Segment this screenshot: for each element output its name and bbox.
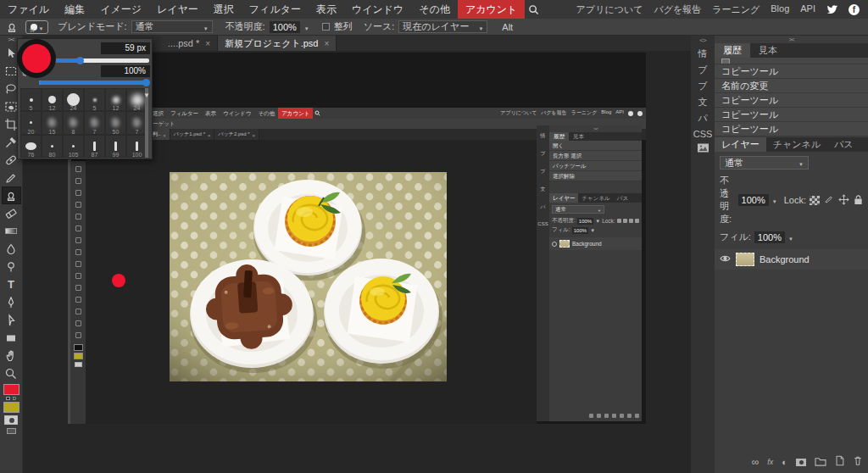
header-link[interactable]: API — [800, 3, 815, 16]
brush-preset[interactable]: 87 — [84, 135, 105, 158]
new-group-icon[interactable] — [815, 454, 826, 470]
search-icon[interactable] — [528, 4, 539, 15]
brush-preset[interactable]: 15 — [42, 111, 63, 134]
brush-preset[interactable]: 7 — [84, 111, 105, 134]
layers-panel-tab[interactable]: パス — [827, 137, 860, 152]
menu-item[interactable]: 選択 — [206, 0, 242, 19]
menu-item[interactable]: ファイル — [0, 0, 57, 19]
brush-preset[interactable]: 5 — [20, 88, 42, 111]
menu-item[interactable]: ウインドウ — [344, 0, 411, 19]
header-link[interactable]: バグを報告 — [654, 3, 701, 16]
screen-mode-button[interactable] — [7, 428, 16, 434]
brush-preset[interactable]: 12 — [105, 88, 126, 111]
hardness-slider[interactable] — [39, 81, 149, 85]
strip-panel-tab[interactable]: 情 — [698, 46, 708, 62]
history-item[interactable]: 名前の変更 — [715, 79, 868, 93]
rect-shape-tool[interactable] — [2, 329, 21, 347]
strip-panel-tab[interactable]: ブ — [698, 78, 707, 94]
eraser-tool[interactable] — [2, 204, 21, 222]
brush-preset[interactable]: 8 — [63, 111, 84, 134]
expand-panels-icon[interactable]: <> — [699, 36, 705, 46]
brush-preset[interactable]: 50 — [105, 111, 126, 134]
background-color-swatch[interactable] — [3, 402, 19, 413]
lock-position-icon[interactable] — [838, 194, 849, 207]
foreground-color-swatch[interactable] — [3, 384, 19, 395]
chevron-down-icon[interactable] — [143, 92, 150, 99]
menu-item[interactable]: 編集 — [57, 0, 92, 19]
collapse-toolbar-icon[interactable]: >< — [8, 36, 14, 44]
history-item[interactable]: コピーツール — [715, 122, 868, 136]
facebook-icon[interactable]: f — [849, 4, 860, 15]
lock-all-icon[interactable] — [854, 194, 863, 207]
delete-layer-icon[interactable] — [853, 454, 863, 470]
strip-panel-tab[interactable]: CSS — [693, 126, 713, 142]
type-tool[interactable]: T — [2, 275, 21, 293]
layer-opacity-value[interactable]: 100% — [738, 194, 769, 206]
brush-preset[interactable]: 24 — [63, 88, 84, 111]
document-canvas[interactable]: 選択フィルター表示ウインドウその他アカウント アプリについてバグを報告ラーニング… — [68, 53, 646, 424]
layers-panel-tab[interactable]: チャンネル — [766, 137, 827, 152]
document-tab[interactable]: 新規プロジェクト.psd — [218, 36, 337, 51]
new-layer-icon[interactable] — [835, 454, 844, 470]
menu-item[interactable]: イメージ — [92, 0, 149, 19]
fill-value[interactable]: 100% — [754, 231, 785, 243]
clone-stamp-tool[interactable] — [2, 186, 21, 204]
brush-preset[interactable]: 20 — [20, 111, 42, 134]
dodge-tool[interactable] — [2, 258, 21, 275]
swap-reset-colors[interactable]: D — [6, 395, 16, 402]
history-item[interactable]: コピーツール — [715, 64, 868, 79]
panel-tab[interactable]: 見本 — [750, 43, 786, 58]
layer-effects-icon[interactable]: fx — [767, 458, 773, 466]
link-layers-icon[interactable]: ∞ — [752, 457, 760, 467]
menu-item[interactable]: レイヤー — [149, 0, 206, 19]
header-link[interactable]: ラーニング — [712, 3, 760, 16]
brush-preset[interactable]: 76 — [20, 135, 42, 158]
add-mask-icon[interactable] — [796, 459, 806, 466]
brush-size-value[interactable]: 59 px — [101, 42, 150, 54]
layer-row[interactable]: Background — [715, 249, 868, 270]
blend-mode-select[interactable]: 通常 — [131, 20, 213, 33]
quick-mask-button[interactable] — [4, 415, 18, 425]
history-item-partial[interactable] — [715, 58, 868, 64]
layers-panel-tab[interactable]: レイヤー — [715, 137, 766, 152]
panel-tab[interactable]: 履歴 — [715, 43, 750, 58]
menu-item[interactable]: 表示 — [309, 0, 344, 19]
brush-tool[interactable] — [2, 169, 21, 186]
menu-item[interactable]: フィルター — [242, 0, 309, 19]
lock-transparency-icon[interactable] — [810, 196, 820, 205]
brush-preset[interactable]: 105 — [63, 135, 84, 158]
zoom-tool[interactable] — [2, 364, 21, 382]
brush-preset[interactable]: 12 — [42, 88, 63, 111]
slider-knob[interactable] — [76, 57, 84, 64]
history-item[interactable]: コピーツール — [715, 108, 868, 122]
slider-knob[interactable] — [142, 79, 150, 86]
source-select[interactable]: 現在のレイヤー — [398, 20, 487, 33]
pen-tool[interactable] — [2, 293, 21, 311]
gradient-tool[interactable] — [2, 222, 21, 240]
opacity-value[interactable]: 100% — [270, 21, 300, 33]
strip-panel-tab[interactable]: ブ — [698, 62, 707, 78]
document-tab[interactable]: ....psd * — [161, 36, 218, 51]
header-link[interactable]: アプリについて — [576, 3, 643, 16]
eye-icon[interactable] — [720, 254, 731, 264]
close-icon[interactable] — [324, 39, 329, 48]
image-panel-icon[interactable] — [697, 142, 709, 159]
align-checkbox[interactable] — [322, 23, 330, 31]
menu-item[interactable]: アカウント — [458, 0, 525, 19]
brush-preset[interactable]: 5 — [84, 88, 105, 111]
chevron-down-icon[interactable] — [304, 22, 309, 32]
collapse-panel-icon[interactable]: >< — [715, 36, 868, 43]
strip-panel-tab[interactable]: 文 — [698, 94, 708, 110]
hand-tool[interactable] — [2, 347, 21, 364]
adjustment-icon[interactable]: ◐ — [782, 458, 787, 467]
blur-tool[interactable] — [2, 240, 21, 258]
history-item[interactable]: コピーツール — [715, 93, 868, 108]
hardness-value[interactable]: 100% — [101, 65, 150, 77]
path-select-tool[interactable] — [2, 311, 21, 329]
strip-panel-tab[interactable]: パ — [698, 110, 707, 126]
header-link[interactable]: Blog — [771, 3, 789, 16]
brush-preset[interactable]: 80 — [42, 135, 63, 158]
menu-item[interactable]: その他 — [411, 0, 458, 19]
layer-blend-select[interactable]: 通常 — [720, 156, 809, 170]
layer-name[interactable]: Background — [760, 254, 810, 264]
